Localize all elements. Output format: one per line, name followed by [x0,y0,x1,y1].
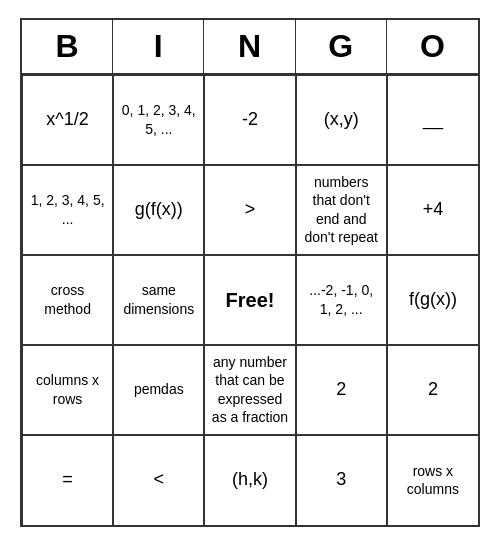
bingo-cell-r3-c4: 2 [387,345,478,435]
bingo-cell-r0-c2: -2 [204,75,295,165]
bingo-cell-r0-c1: 0, 1, 2, 3, 4, 5, ... [113,75,204,165]
bingo-cell-r4-c4: rows x columns [387,435,478,525]
bingo-cell-r2-c1: same dimensions [113,255,204,345]
bingo-header: BINGO [22,20,478,75]
bingo-cell-r3-c3: 2 [296,345,387,435]
bingo-cell-r3-c1: pemdas [113,345,204,435]
bingo-cell-r3-c0: columns x rows [22,345,113,435]
header-letter-b: B [22,20,113,73]
bingo-cell-r4-c2: (h,k) [204,435,295,525]
bingo-cell-r0-c4: __ [387,75,478,165]
header-letter-n: N [204,20,295,73]
bingo-cell-r1-c1: g(f(x)) [113,165,204,255]
bingo-cell-r1-c2: > [204,165,295,255]
bingo-cell-r0-c0: x^1/2 [22,75,113,165]
header-letter-g: G [296,20,387,73]
bingo-cell-r4-c3: 3 [296,435,387,525]
bingo-cell-r1-c0: 1, 2, 3, 4, 5, ... [22,165,113,255]
header-letter-i: I [113,20,204,73]
bingo-cell-r4-c1: < [113,435,204,525]
bingo-cell-r0-c3: (x,y) [296,75,387,165]
bingo-cell-r1-c3: numbers that don't end and don't repeat [296,165,387,255]
bingo-cell-r2-c2: Free! [204,255,295,345]
bingo-cell-r2-c0: cross method [22,255,113,345]
header-letter-o: O [387,20,478,73]
bingo-cell-r3-c2: any number that can be expressed as a fr… [204,345,295,435]
bingo-cell-r2-c3: ...-2, -1, 0, 1, 2, ... [296,255,387,345]
bingo-cell-r2-c4: f(g(x)) [387,255,478,345]
bingo-grid: x^1/20, 1, 2, 3, 4, 5, ...-2(x,y)__1, 2,… [22,75,478,525]
bingo-cell-r1-c4: +4 [387,165,478,255]
bingo-card: BINGO x^1/20, 1, 2, 3, 4, 5, ...-2(x,y)_… [20,18,480,527]
bingo-cell-r4-c0: = [22,435,113,525]
